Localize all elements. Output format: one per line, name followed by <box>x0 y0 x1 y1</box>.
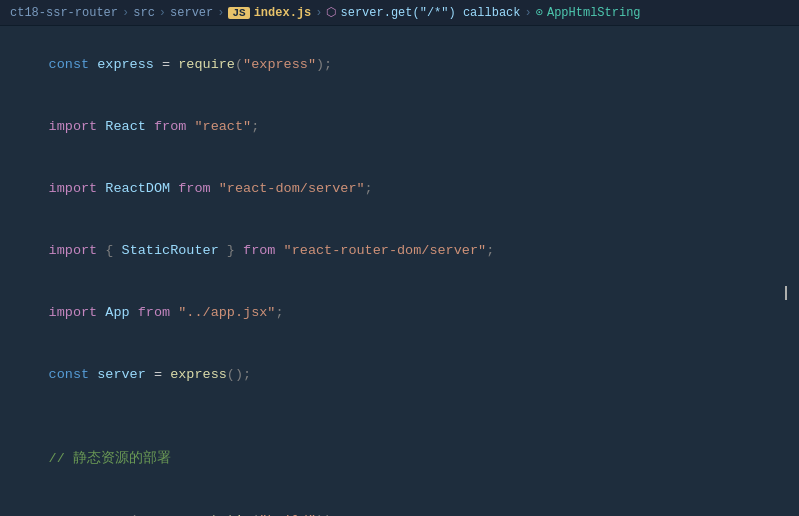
code-line-2: import React from "react"; <box>0 96 799 158</box>
right-cursor <box>785 286 787 300</box>
code-line-6: const server = express(); <box>0 344 799 406</box>
sep3: › <box>217 6 224 20</box>
breadcrumb-classname: AppHtmlString <box>547 6 641 20</box>
breadcrumb-src: src <box>133 6 155 20</box>
sep5: › <box>525 6 532 20</box>
sep2: › <box>159 6 166 20</box>
code-line-8: // 静态资源的部署 <box>0 428 799 490</box>
line-content <box>0 407 8 427</box>
code-line-9: server.use(express.static("build")); <box>0 490 799 516</box>
breadcrumb-filename: index.js <box>254 6 312 20</box>
line-content: const server = express(); <box>0 345 251 405</box>
line-content: import { StaticRouter } from "react-rout… <box>0 221 494 281</box>
line-content: // 静态资源的部署 <box>0 429 171 489</box>
breadcrumb: ct18-ssr-router › src › server › JS inde… <box>0 0 799 26</box>
code-area: const express = require("express"); impo… <box>0 26 799 516</box>
breadcrumb-var-icon: ⊙ <box>536 5 543 20</box>
line-content: import ReactDOM from "react-dom/server"; <box>0 159 373 219</box>
breadcrumb-server: server <box>170 6 213 20</box>
sep1: › <box>122 6 129 20</box>
code-line-7 <box>0 406 799 428</box>
sep4: › <box>315 6 322 20</box>
breadcrumb-folder: ct18-ssr-router <box>10 6 118 20</box>
breadcrumb-method-icon: ⬡ <box>326 5 336 20</box>
line-content: server.use(express.static("build")); <box>0 491 340 516</box>
code-line-5: import App from "../app.jsx"; <box>0 282 799 344</box>
line-content: import React from "react"; <box>0 97 259 157</box>
line-content: const express = require("express"); <box>0 35 332 95</box>
line-content: import App from "../app.jsx"; <box>0 283 284 343</box>
code-line-3: import ReactDOM from "react-dom/server"; <box>0 158 799 220</box>
breadcrumb-js-badge: JS <box>228 7 249 19</box>
breadcrumb-method: server.get("/*") callback <box>340 6 520 20</box>
code-line-1: const express = require("express"); <box>0 34 799 96</box>
code-line-4: import { StaticRouter } from "react-rout… <box>0 220 799 282</box>
